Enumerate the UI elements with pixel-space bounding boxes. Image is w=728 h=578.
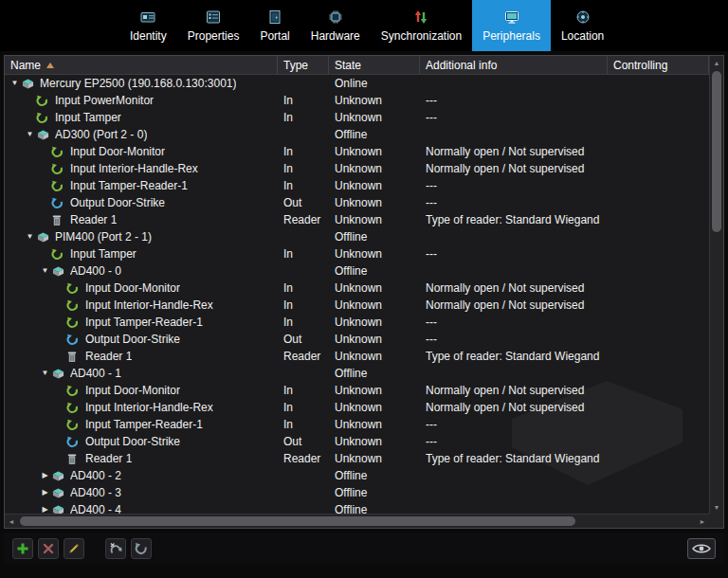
scroll-down-button[interactable]: ▼ — [710, 500, 723, 514]
delete-button[interactable] — [38, 538, 59, 559]
table-row[interactable]: AD400 - 2Offline — [5, 467, 709, 484]
table-row[interactable]: Input TamperInUnknown--- — [5, 245, 709, 262]
tab-peripherals[interactable]: Peripherals — [472, 0, 551, 51]
table-row[interactable]: AD400 - 1Offline — [5, 365, 709, 382]
sort-ascending-icon — [46, 63, 54, 68]
tab-label: Peripherals — [482, 29, 540, 43]
row-label: Input Tamper-Reader-1 — [70, 179, 188, 192]
tab-label: Portal — [260, 29, 289, 43]
table-row[interactable]: Input Interior-Handle-RexInUnknownNormal… — [5, 399, 709, 416]
tab-synchronization[interactable]: Synchronization — [371, 0, 472, 51]
table-row[interactable]: Input Tamper-Reader-1InUnknown--- — [5, 314, 709, 331]
table-row[interactable]: Input TamperInUnknown--- — [5, 109, 709, 126]
column-label: Additional info — [426, 59, 497, 72]
row-label: Mercury EP2500 (190.168.0.130:3001) — [40, 77, 236, 90]
column-header-controlling[interactable]: Controlling — [608, 56, 709, 74]
reader-icon — [66, 452, 82, 465]
tab-properties[interactable]: Properties — [177, 0, 250, 51]
row-type-cell: In — [278, 316, 329, 329]
table-row[interactable]: Input Tamper-Reader-1InUnknown--- — [5, 416, 709, 433]
table-row[interactable]: Output Door-StrikeOutUnknown--- — [5, 331, 709, 348]
table-row[interactable]: AD400 - 3Offline — [5, 484, 709, 501]
column-header-name[interactable]: Name — [5, 56, 278, 74]
row-name-cell: Mercury EP2500 (190.168.0.130:3001) — [5, 77, 278, 90]
table-row[interactable]: Input Tamper-Reader-1InUnknown--- — [5, 177, 709, 194]
row-type-cell: In — [278, 281, 329, 295]
controller-icon — [51, 264, 67, 278]
horizontal-scroll-track[interactable] — [18, 515, 696, 528]
row-info-cell: Normally open / Not supervised — [420, 145, 608, 158]
table-row[interactable]: PIM400 (Port 2 - 1)Offline — [5, 228, 709, 245]
curved-arrow-icon — [135, 542, 148, 555]
table-row[interactable]: Output Door-StrikeOutUnknown--- — [5, 433, 709, 450]
tree-expander-icon[interactable] — [24, 131, 36, 138]
horizontal-scroll-thumb[interactable] — [20, 516, 575, 526]
tree-expander-icon[interactable] — [39, 489, 51, 497]
row-label: Input Tamper — [70, 247, 136, 261]
column-label: Type — [283, 59, 308, 72]
row-name-cell: Input Tamper-Reader-1 — [5, 179, 278, 192]
row-name-cell: AD400 - 2 — [5, 469, 278, 482]
row-state-cell: Unknown — [329, 111, 420, 124]
scroll-right-button[interactable]: ► — [696, 515, 709, 528]
row-type-cell: Out — [278, 196, 329, 209]
table-row[interactable]: Input Door-MonitorInUnknownNormally open… — [5, 382, 709, 399]
table-row[interactable]: Reader 1ReaderUnknownType of reader: Sta… — [5, 211, 709, 228]
unassign-button[interactable] — [105, 538, 126, 559]
view-button[interactable] — [687, 538, 716, 559]
input-icon — [66, 316, 82, 329]
sync-arrows-icon — [413, 9, 428, 25]
vertical-scrollbar[interactable]: ▲ ▼ — [709, 56, 723, 514]
table-row[interactable]: Input Interior-Handle-RexInUnknownNormal… — [5, 160, 709, 177]
vertical-scroll-track[interactable] — [710, 69, 723, 500]
row-type-cell: In — [278, 384, 329, 397]
table-row[interactable]: Mercury EP2500 (190.168.0.130:3001)Onlin… — [5, 75, 709, 92]
tree-expander-icon[interactable] — [39, 472, 51, 479]
row-state-cell: Unknown — [329, 333, 420, 346]
table-row[interactable]: Input Door-MonitorInUnknownNormally open… — [5, 280, 709, 297]
table-row[interactable]: Input Interior-Handle-RexInUnknownNormal… — [5, 297, 709, 314]
controller-icon — [51, 469, 67, 482]
table-row[interactable]: Input Door-MonitorInUnknownNormally open… — [5, 143, 709, 160]
column-header-state[interactable]: State — [329, 56, 420, 74]
tab-portal[interactable]: Portal — [249, 0, 300, 51]
row-info-cell: Normally open / Not supervised — [420, 401, 608, 414]
column-header-type[interactable]: Type — [278, 56, 329, 74]
tree-expander-icon[interactable] — [39, 370, 51, 377]
tab-hardware[interactable]: Hardware — [300, 0, 371, 51]
tab-location[interactable]: Location — [551, 0, 614, 51]
table-row[interactable]: Reader 1ReaderUnknownType of reader: Sta… — [5, 348, 709, 365]
row-info-cell: Normally open / Not supervised — [420, 298, 608, 312]
table-row[interactable]: AD300 (Port 2 - 0)Offline — [5, 126, 709, 143]
row-name-cell: PIM400 (Port 2 - 1) — [5, 230, 278, 244]
add-button[interactable] — [12, 538, 33, 559]
scroll-left-button[interactable]: ◄ — [5, 515, 18, 528]
scrollbar-corner — [709, 514, 723, 528]
table-row[interactable]: AD400 - 0Offline — [5, 262, 709, 280]
input-icon — [66, 384, 82, 397]
vertical-scroll-thumb[interactable] — [712, 71, 721, 232]
row-name-cell: AD300 (Port 2 - 0) — [5, 128, 278, 141]
row-name-cell: Input Interior-Handle-Rex — [5, 162, 278, 175]
output-icon — [66, 435, 82, 448]
table-row[interactable]: Input PowerMonitorInUnknown--- — [5, 92, 709, 109]
horizontal-scrollbar[interactable]: ◄ ► — [5, 514, 709, 528]
table-row[interactable]: AD400 - 4Offline — [5, 501, 709, 514]
assign-button[interactable] — [131, 538, 152, 559]
tab-identity[interactable]: Identity — [119, 0, 177, 51]
tree-expander-icon[interactable] — [39, 267, 51, 275]
tab-label: Synchronization — [381, 29, 462, 43]
row-type-cell: Reader — [278, 452, 329, 465]
tree-expander-icon[interactable] — [9, 80, 21, 87]
tree-expander-icon[interactable] — [24, 233, 36, 241]
hardware-icon — [328, 9, 343, 25]
tree-expander-icon[interactable] — [39, 506, 51, 514]
input-icon — [66, 401, 82, 414]
row-type-cell: Reader — [278, 213, 329, 226]
column-header-additional-info[interactable]: Additional info — [420, 56, 608, 74]
edit-button[interactable] — [64, 538, 84, 559]
table-row[interactable]: Output Door-StrikeOutUnknown--- — [5, 194, 709, 211]
row-info-cell: Type of reader: Standard Wiegand — [420, 452, 608, 465]
scroll-up-button[interactable]: ▲ — [710, 56, 723, 69]
table-row[interactable]: Reader 1ReaderUnknownType of reader: Sta… — [5, 450, 709, 467]
